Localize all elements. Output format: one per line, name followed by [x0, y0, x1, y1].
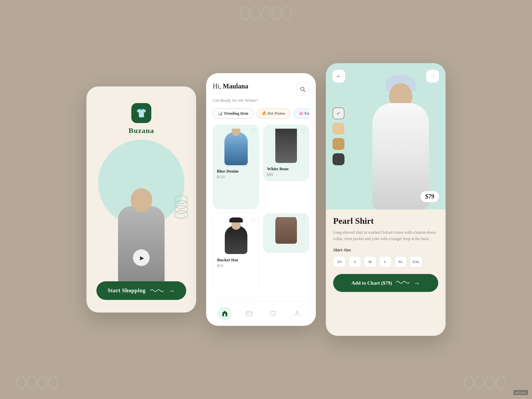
- tab-hot-promo[interactable]: 🔥 Hot Promo: [257, 108, 290, 119]
- price-badge: $79: [421, 191, 439, 202]
- person-denim: [224, 132, 248, 165]
- deco-bottom-left: [17, 376, 58, 389]
- tab-hot-label: 🔥 Hot Promo: [262, 111, 285, 116]
- nav-wallet[interactable]: [242, 307, 256, 321]
- product-price-1: $119: [217, 175, 255, 180]
- size-s[interactable]: S: [348, 256, 361, 267]
- product-image-2: [267, 129, 305, 163]
- waveform-icon: [150, 287, 164, 294]
- tab-trending-label: 📊 Trending Item: [218, 111, 248, 116]
- size-l[interactable]: L: [379, 256, 392, 267]
- product-hero: ← ♡ ✓ $79: [326, 63, 446, 209]
- size-xs[interactable]: XS: [333, 256, 346, 267]
- greeting-name: Maulana: [223, 82, 248, 90]
- heart-icon-1[interactable]: ♡: [251, 128, 256, 134]
- tab-trending[interactable]: 📊 Trending Item: [213, 108, 253, 119]
- size-label: Shirt Size: [333, 247, 438, 253]
- cart-waveform-icon: [396, 279, 409, 287]
- size-xxl[interactable]: XXL: [410, 256, 422, 267]
- product-info: Pearl Shirt Long-sleeved shirt in washed…: [326, 209, 446, 336]
- product-image-4: [267, 217, 305, 244]
- svg-point-8: [296, 311, 298, 314]
- heart-icon: ♡: [430, 73, 435, 79]
- heart-nav-icon: [270, 310, 276, 317]
- home-icon: [221, 310, 228, 317]
- product-card-1[interactable]: ♡ Blue Denim $119: [213, 125, 259, 209]
- swatch-gold[interactable]: [332, 138, 344, 150]
- back-button[interactable]: ←: [332, 70, 345, 82]
- nav-profile[interactable]: [290, 307, 304, 321]
- shop-subtitle: Get Ready for the Winter!: [213, 98, 309, 103]
- app-logo: 👕: [131, 103, 151, 123]
- cta-label: Start Shopping: [108, 287, 146, 294]
- product-title: Pearl Shirt: [333, 216, 438, 226]
- back-icon: ←: [336, 73, 341, 79]
- deco-top: [240, 7, 292, 20]
- person-head: [131, 188, 152, 212]
- svg-point-0: [175, 196, 188, 203]
- nav-favorites[interactable]: [266, 307, 280, 321]
- logo-icon: 👕: [136, 108, 147, 118]
- tab-women-label: 🌸 For W...: [299, 111, 309, 116]
- person-fourth: [275, 217, 297, 244]
- product-person: [362, 73, 439, 209]
- heart-icon-4[interactable]: ♡: [301, 216, 306, 223]
- products-grid: ♡ Blue Denim $119 ♡ White Bone $49 ♡: [213, 125, 309, 298]
- product-image-3: [217, 217, 255, 254]
- product-screen: ← ♡ ✓ $79 Pearl Shirt Long-sleeved shirt…: [326, 63, 446, 336]
- person-wrap-3: [217, 217, 255, 254]
- start-shopping-button[interactable]: Start Shopping →: [96, 281, 186, 300]
- product-description: Long-sleeved shirt in washed Oxford cott…: [333, 229, 438, 242]
- person-wrap-2: [267, 129, 305, 163]
- shop-screen: Hi, Maulana Get Ready for the Winter! 📊 …: [206, 73, 316, 326]
- add-to-cart-button[interactable]: Add to Chart ($79) →: [333, 274, 438, 292]
- brand-name: Buzana: [129, 126, 154, 135]
- splash-person: [108, 160, 175, 286]
- person-body-prod: [372, 103, 429, 209]
- svg-point-1: [175, 200, 188, 208]
- person-wrap-4: [267, 217, 305, 244]
- product-name-3: Bucket Hat: [217, 257, 255, 263]
- svg-point-2: [175, 205, 188, 213]
- person-torso: [118, 206, 165, 286]
- watermark: ui8.com: [513, 390, 528, 395]
- size-options: XS S M L XL XXL: [333, 256, 438, 267]
- size-m[interactable]: M: [364, 256, 376, 267]
- nav-home[interactable]: [218, 307, 232, 321]
- person-hat: [225, 226, 247, 254]
- person-wrap-1: [217, 129, 255, 165]
- heart-icon-3[interactable]: ♡: [251, 217, 255, 223]
- wallet-icon: [246, 310, 252, 317]
- tab-for-women[interactable]: 🌸 For W...: [294, 108, 309, 119]
- search-icon: [300, 86, 306, 92]
- search-button[interactable]: [296, 82, 309, 96]
- product-price-2: $49: [267, 172, 305, 177]
- greeting-prefix: Hi,: [213, 82, 223, 90]
- product-card-4[interactable]: ♡: [263, 213, 309, 253]
- wishlist-button[interactable]: ♡: [426, 70, 439, 82]
- svg-point-3: [175, 210, 188, 218]
- product-card-3[interactable]: ♡ Bucket Hat $19: [213, 213, 259, 298]
- play-button[interactable]: [133, 249, 150, 266]
- product-price-3: $19: [217, 263, 255, 268]
- filter-tabs: 📊 Trending Item 🔥 Hot Promo 🌸 For W...: [213, 108, 309, 119]
- swatch-tan[interactable]: [332, 123, 344, 135]
- product-name-1: Blue Denim: [217, 169, 255, 174]
- product-top-bar: ← ♡: [326, 63, 446, 89]
- product-name-2: White Bone: [267, 166, 305, 172]
- product-card-2[interactable]: ♡ White Bone $49: [263, 125, 309, 181]
- size-xl[interactable]: XL: [394, 256, 407, 267]
- splash-screen: 👕 Buzana Start Shopping →: [86, 86, 196, 313]
- swatch-dark[interactable]: [332, 153, 344, 165]
- product-image-1: [217, 129, 255, 165]
- svg-line-5: [304, 90, 305, 91]
- swatch-white[interactable]: ✓: [332, 107, 344, 119]
- greeting-block: Hi, Maulana: [213, 82, 248, 90]
- bottom-nav: [213, 301, 309, 326]
- heart-icon-2[interactable]: ♡: [301, 128, 306, 134]
- person-icon: [294, 310, 301, 317]
- person-bone: [275, 129, 297, 163]
- svg-rect-6: [246, 311, 252, 316]
- greeting-text: Hi, Maulana: [213, 82, 248, 90]
- cart-arrow-icon: →: [413, 279, 420, 287]
